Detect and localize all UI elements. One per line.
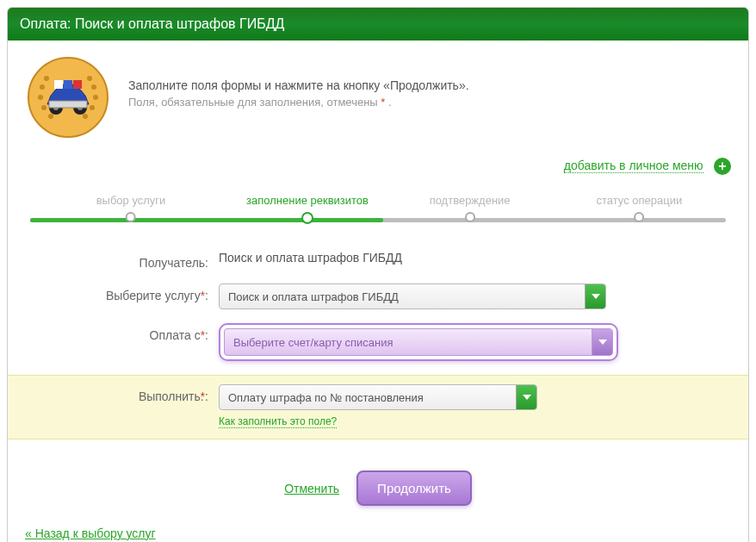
payment-form: Получатель: Поиск и оплата штрафов ГИБДД… (25, 244, 731, 439)
step-select-service: выбор услуги (96, 194, 166, 222)
label-pay-from: Оплата с*: (25, 323, 219, 342)
field-select-service: Поиск и оплата штрафов ГИБДД (219, 283, 731, 309)
value-recipient: Поиск и оплата штрафов ГИБДД (219, 251, 731, 265)
page-title: Оплата: Поиск и оплата штрафов ГИБДД (20, 16, 284, 31)
payment-panel: Оплата: Поиск и оплата штрафов ГИБДД (7, 7, 749, 542)
step-confirmation: подтверждение (430, 194, 511, 222)
svg-point-2 (40, 84, 45, 90)
service-dropdown[interactable]: Поиск и оплата штрафов ГИБДД (219, 283, 606, 309)
step-label: выбор услуги (96, 194, 166, 207)
execute-dropdown[interactable]: Оплату штрафа по № постановления (219, 384, 537, 410)
chevron-down-icon (585, 284, 605, 308)
cancel-link[interactable]: Отменить (284, 482, 339, 495)
label-recipient: Получатель: (25, 251, 219, 270)
how-to-fill-link[interactable]: Как заполнить это поле? (219, 415, 337, 428)
panel-content: Заполните поля формы и нажмите на кнопку… (8, 40, 748, 542)
label-execute: Выполнить:*: (25, 384, 219, 403)
svg-point-10 (83, 114, 88, 119)
svg-rect-18 (49, 101, 87, 108)
back-to-services-link[interactable]: « Назад к выбору услуг (25, 526, 156, 540)
chevron-down-icon (592, 329, 612, 355)
row-recipient: Получатель: Поиск и оплата штрафов ГИБДД (25, 244, 731, 277)
intro-text: Заполните поля формы и нажмите на кнопку… (128, 54, 469, 144)
label-select-service: Выберите услугу*: (25, 283, 219, 302)
plus-icon[interactable]: + (714, 158, 731, 175)
add-to-menu-row: добавить в личное меню + (25, 153, 731, 185)
svg-point-1 (38, 95, 43, 100)
field-execute: Оплату штрафа по № постановления Как зап… (219, 384, 731, 428)
svg-point-6 (87, 76, 92, 81)
panel-header: Оплата: Поиск и оплата штрафов ГИБДД (8, 8, 748, 40)
step-dot-icon (634, 212, 644, 222)
continue-button[interactable]: Продолжить (356, 470, 472, 506)
field-pay-from: Выберите счет/карту списания (219, 323, 731, 361)
step-dot-icon (465, 212, 475, 222)
step-label: заполнение реквизитов (246, 194, 369, 207)
row-execute: Выполнить:*: Оплату штрафа по № постанов… (8, 375, 748, 439)
pay-from-highlight: Выберите счет/карту списания (219, 323, 618, 361)
intro-block: Заполните поля формы и нажмите на кнопку… (25, 54, 731, 144)
svg-point-3 (44, 76, 49, 81)
row-execute-inner: Выполнить:*: Оплату штрафа по № постанов… (25, 384, 731, 428)
step-operation-status: статус операции (597, 194, 683, 222)
row-pay-from: Оплата с*: Выберите счет/карту списания (25, 316, 731, 368)
row-select-service: Выберите услугу*: Поиск и оплата штрафов… (25, 277, 731, 316)
intro-main: Заполните поля формы и нажмите на кнопку… (128, 78, 469, 92)
action-row: Отменить Продолжить (25, 439, 731, 511)
add-to-personal-menu-link[interactable]: добавить в личное меню (564, 159, 703, 173)
progress-tracker: выбор услуги заполнение реквизитов подтв… (25, 194, 731, 228)
service-dropdown-value: Поиск и оплата штрафов ГИБДД (228, 290, 399, 303)
step-label: подтверждение (430, 194, 511, 207)
chevron-down-icon (516, 385, 536, 409)
svg-point-5 (91, 84, 96, 90)
execute-dropdown-value: Оплату штрафа по № постановления (228, 391, 424, 404)
svg-point-8 (90, 105, 95, 110)
svg-point-9 (48, 114, 53, 119)
pay-from-placeholder: Выберите счет/карту списания (233, 336, 393, 349)
svg-rect-13 (73, 80, 82, 89)
svg-rect-12 (64, 80, 72, 89)
step-label: статус операции (597, 194, 683, 207)
pay-from-dropdown[interactable]: Выберите счет/карту списания (224, 328, 613, 356)
svg-point-7 (41, 105, 46, 110)
intro-hint: Поля, обязательные для заполнения, отмеч… (128, 96, 469, 109)
svg-rect-11 (54, 80, 63, 89)
gibdd-emblem-icon (25, 54, 111, 144)
svg-point-4 (93, 95, 98, 100)
step-dot-icon (126, 212, 136, 222)
step-dot-icon (301, 212, 313, 224)
step-fill-requisites: заполнение реквизитов (246, 194, 369, 224)
